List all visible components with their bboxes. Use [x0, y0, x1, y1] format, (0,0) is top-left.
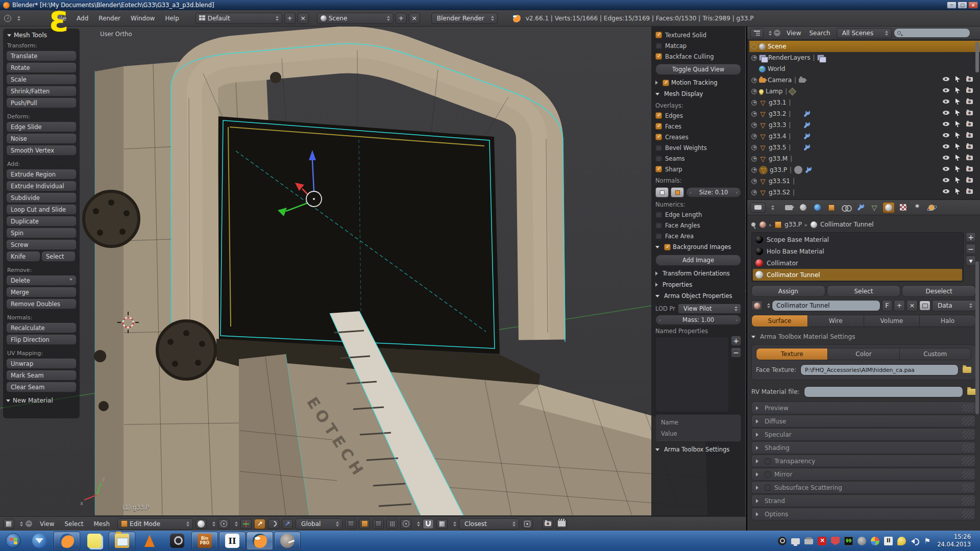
- expand-icon[interactable]: [751, 190, 757, 195]
- close-button[interactable]: ×: [968, 2, 978, 9]
- outliner-row[interactable]: ▽ g33.2 |: [749, 108, 980, 119]
- messenger-icon[interactable]: [897, 537, 906, 545]
- opengl-render-button[interactable]: [542, 519, 553, 529]
- checkbox[interactable]: [655, 233, 662, 239]
- checkbox[interactable]: [655, 222, 662, 229]
- panel-checkbox[interactable]: [765, 485, 771, 491]
- properties-panel-header[interactable]: Properties: [655, 279, 741, 290]
- outliner-row[interactable]: ▽ g33.1 |: [749, 97, 980, 108]
- arma-material-panel-header[interactable]: Arma Toolbox Material Settings: [751, 331, 976, 342]
- new-material-panel-header[interactable]: New Material: [6, 397, 77, 404]
- expand-icon[interactable]: [751, 122, 757, 128]
- editor-type-button[interactable]: [3, 519, 14, 529]
- snap-target-dropdown[interactable]: Closest: [459, 518, 519, 530]
- visibility-eye-icon[interactable]: [943, 189, 949, 193]
- snap-element-dropdown[interactable]: [436, 519, 448, 529]
- visibility-eye-icon[interactable]: [943, 111, 949, 115]
- collapsed-panel-header[interactable]: Strand: [751, 494, 976, 507]
- outliner-row[interactable]: RenderLayers |: [749, 52, 980, 63]
- alert-icon[interactable]: [818, 537, 826, 545]
- tool-button[interactable]: Scale: [6, 74, 77, 85]
- expand-icon[interactable]: [751, 179, 757, 184]
- binpbo-icon[interactable]: BinPBO: [191, 532, 218, 550]
- transform-orientations-panel-header[interactable]: Transform Orientations: [655, 268, 741, 279]
- mass-slider[interactable]: ‹Mass: 1.00›: [655, 315, 741, 325]
- checkbox[interactable]: [655, 53, 662, 60]
- steam-tray-icon[interactable]: [778, 537, 787, 545]
- checkbox[interactable]: [655, 42, 662, 49]
- renderability-camera-icon[interactable]: [966, 189, 973, 194]
- screen-layout-dropdown[interactable]: Default: [195, 13, 282, 24]
- material-slot-row[interactable]: Holo Base Material: [753, 245, 962, 257]
- outliner-row[interactable]: Lamp |: [749, 86, 980, 97]
- outliner-menu[interactable]: Search: [805, 28, 834, 38]
- toggle-quad-view-button[interactable]: Toggle Quad View: [655, 64, 741, 75]
- renderability-camera-icon[interactable]: [966, 144, 973, 149]
- outliner-row[interactable]: Scene |: [749, 41, 980, 52]
- start-button[interactable]: [2, 532, 25, 550]
- outliner-row[interactable]: ▽ g33.S1 |: [749, 176, 980, 187]
- info-editor-icon[interactable]: i: [4, 15, 11, 22]
- visibility-eye-icon[interactable]: [943, 178, 949, 182]
- visibility-eye-icon[interactable]: [943, 144, 949, 148]
- tool-button[interactable]: Mark Seam: [6, 370, 77, 381]
- visibility-eye-icon[interactable]: [943, 156, 949, 160]
- visibility-eye-icon[interactable]: [943, 88, 949, 92]
- selectability-cursor-icon[interactable]: [955, 121, 960, 127]
- vlc-icon[interactable]: [136, 532, 163, 550]
- mode-dropdown[interactable]: Edit Mode: [117, 518, 193, 530]
- tool-button[interactable]: Remove Doubles: [6, 298, 77, 309]
- scale-manipulator-toggle[interactable]: ↗: [282, 519, 293, 529]
- selectability-cursor-icon[interactable]: [955, 132, 960, 138]
- selectability-cursor-icon[interactable]: [955, 143, 960, 149]
- motion-tracking-checkbox[interactable]: [663, 80, 669, 86]
- object-tab-icon[interactable]: [825, 202, 838, 213]
- tool-button[interactable]: Merge: [6, 287, 77, 297]
- renderability-camera-icon[interactable]: [966, 133, 973, 138]
- view3d-menu[interactable]: Mesh: [89, 518, 115, 530]
- blender-icon[interactable]: [247, 532, 273, 550]
- orientation-dropdown[interactable]: Global: [296, 518, 342, 530]
- tool-button[interactable]: Rotate: [6, 62, 77, 73]
- proportional-edit-dropdown[interactable]: [400, 519, 411, 529]
- windows-update-icon[interactable]: [871, 537, 879, 545]
- visibility-eye-icon[interactable]: [943, 99, 949, 104]
- unlink-material-button[interactable]: ×: [906, 300, 918, 311]
- expand-icon[interactable]: [751, 156, 757, 162]
- selectability-cursor-icon[interactable]: [955, 110, 960, 116]
- titlebar[interactable]: Blender* [H:\My Documents\Blender\Eotech…: [0, 0, 980, 10]
- renderability-camera-icon[interactable]: [966, 156, 973, 160]
- normals-size-slider[interactable]: ‹Size: 0.10›: [686, 187, 741, 197]
- collapsed-panel-header[interactable]: Subsurface Scattering: [751, 481, 976, 494]
- lod-dropdown[interactable]: View Pilot: [678, 304, 741, 314]
- viewport-3d[interactable]: EOTECH: [0, 27, 746, 516]
- outliner-row[interactable]: ▽ g33.M |: [749, 153, 980, 164]
- material-type-tab[interactable]: Volume: [864, 315, 920, 327]
- object-data-tab-icon[interactable]: ▽: [868, 202, 880, 213]
- face-texture-field[interactable]: P:\FHQ_Accessories\AIM\hidden_ca.paa: [800, 364, 959, 375]
- visibility-eye-icon[interactable]: [943, 77, 949, 81]
- numerics-toggle-row[interactable]: Edge Length: [655, 209, 741, 220]
- overlay-toggle-row[interactable]: Sharp: [655, 164, 741, 174]
- expand-icon[interactable]: [751, 145, 757, 151]
- tool-button[interactable]: Smooth Vertex: [6, 145, 77, 156]
- renderability-camera-icon[interactable]: [966, 178, 973, 183]
- webcam-icon[interactable]: [857, 537, 866, 545]
- firefox-icon[interactable]: [54, 532, 80, 550]
- tool-button[interactable]: Subdivide: [6, 192, 77, 203]
- add-property-button[interactable]: +: [731, 336, 741, 346]
- snap-peel-object-toggle[interactable]: [522, 519, 533, 529]
- printer-icon[interactable]: [804, 539, 813, 544]
- visibility-eye-icon[interactable]: [943, 122, 949, 126]
- tool-button[interactable]: Unwrap: [6, 358, 77, 369]
- minimize-button[interactable]: ─: [947, 2, 957, 9]
- pin-icon[interactable]: [751, 222, 755, 227]
- outliner-menu[interactable]: View: [782, 28, 805, 38]
- material-slot-row[interactable]: Scope Base Material: [753, 234, 962, 245]
- outliner-row[interactable]: ▽ g33.S2 |: [749, 187, 980, 198]
- checkbox[interactable]: [655, 166, 662, 172]
- collapse-menus-icon[interactable]: −: [774, 30, 780, 36]
- scene-dropdown[interactable]: Scene: [317, 13, 394, 24]
- manipulator-axes-toggle[interactable]: [240, 519, 252, 529]
- editor-type-spinner[interactable]: [20, 521, 23, 527]
